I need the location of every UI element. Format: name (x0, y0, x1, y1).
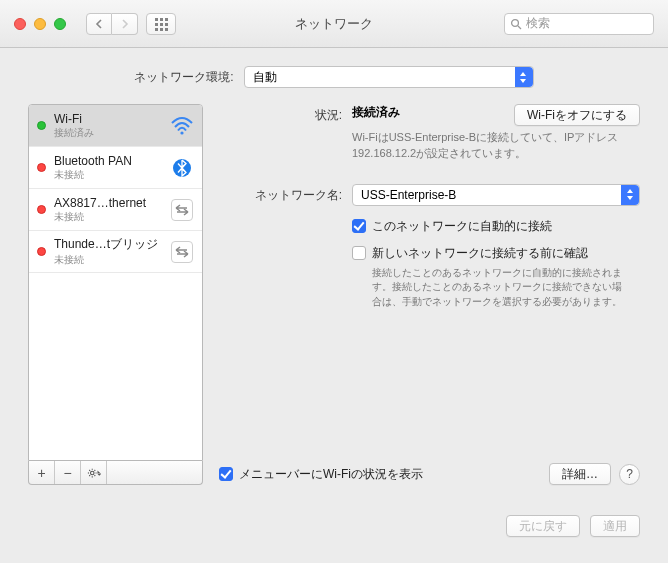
service-item-ethernet[interactable]: AX8817…thernet 未接続 (29, 189, 202, 231)
location-select[interactable]: 自動 (244, 66, 534, 88)
service-name: AX8817…thernet (54, 196, 162, 210)
grid-icon (154, 17, 168, 31)
chevron-updown-icon (515, 67, 533, 87)
status-description: Wi-FiはUSS-Enterprise-Bに接続していて、IPアドレス 192… (352, 130, 632, 162)
ethernet-icon (170, 241, 194, 263)
checkbox-icon (219, 467, 233, 481)
window-footer: 元に戻す 適用 (0, 501, 668, 537)
auto-join-checkbox[interactable]: このネットワークに自動的に接続 (352, 218, 640, 235)
location-value: 自動 (253, 69, 277, 86)
show-in-menubar-label: メニューバーにWi-Fiの状況を表示 (239, 466, 423, 483)
service-name: Thunde…tブリッジ (54, 236, 162, 253)
back-button[interactable] (86, 13, 112, 35)
network-name-label: ネットワーク名: (219, 184, 352, 206)
titlebar: ネットワーク 検索 (0, 0, 668, 48)
service-list: Wi-Fi 接続済み Bluetooth PAN 未接続 (28, 104, 203, 461)
nav-group (86, 13, 138, 35)
traffic-lights (14, 18, 66, 30)
svg-point-0 (512, 19, 519, 26)
status-dot (37, 247, 46, 256)
close-button[interactable] (14, 18, 26, 30)
status-row: 状況: 接続済み Wi-Fiをオフにする (219, 104, 640, 126)
sidebar: Wi-Fi 接続済み Bluetooth PAN 未接続 (28, 104, 203, 485)
checkbox-icon (352, 219, 366, 233)
status-dot (37, 163, 46, 172)
service-status: 未接続 (54, 253, 162, 267)
svg-line-10 (94, 475, 95, 476)
svg-line-1 (518, 26, 521, 29)
apply-button[interactable]: 適用 (590, 515, 640, 537)
service-status: 未接続 (54, 168, 162, 182)
detail-pane: 状況: 接続済み Wi-Fiをオフにする Wi-FiはUSS-Enterpris… (219, 104, 640, 485)
service-name: Wi-Fi (54, 112, 162, 126)
search-placeholder: 検索 (526, 15, 550, 32)
network-name-value: USS-Enterprise-B (361, 188, 456, 202)
add-service-button[interactable]: + (29, 461, 55, 484)
service-status: 未接続 (54, 210, 162, 224)
zoom-button[interactable] (54, 18, 66, 30)
chevron-updown-icon (621, 185, 639, 205)
status-label: 状況: (219, 104, 352, 126)
detail-footer: メニューバーにWi-Fiの状況を表示 詳細… ? (219, 463, 640, 485)
service-toolbar: + − (28, 461, 203, 485)
show-in-menubar-checkbox[interactable]: メニューバーにWi-Fiの状況を表示 (219, 466, 423, 483)
forward-button[interactable] (112, 13, 138, 35)
service-name: Bluetooth PAN (54, 154, 162, 168)
search-field[interactable]: 検索 (504, 13, 654, 35)
turn-off-wifi-button[interactable]: Wi-Fiをオフにする (514, 104, 640, 126)
ask-new-label: 新しいネットワークに接続する前に確認 (372, 245, 588, 262)
status-value: 接続済み (352, 104, 400, 121)
minimize-button[interactable] (34, 18, 46, 30)
service-status: 接続済み (54, 126, 162, 140)
bluetooth-icon (170, 157, 194, 179)
help-button[interactable]: ? (619, 464, 640, 485)
svg-line-11 (89, 475, 90, 476)
revert-button[interactable]: 元に戻す (506, 515, 580, 537)
location-row: ネットワーク環境: 自動 (28, 66, 640, 88)
status-dot (37, 205, 46, 214)
apps-grid-button[interactable] (146, 13, 176, 35)
checkbox-icon (352, 246, 366, 260)
advanced-button[interactable]: 詳細… (549, 463, 611, 485)
svg-line-12 (94, 470, 95, 471)
location-label: ネットワーク環境: (134, 69, 233, 86)
gear-icon (87, 466, 101, 480)
auto-join-label: このネットワークに自動的に接続 (372, 218, 552, 235)
search-icon (510, 18, 522, 30)
service-item-bluetooth[interactable]: Bluetooth PAN 未接続 (29, 147, 202, 189)
status-dot (37, 121, 46, 130)
service-item-thunderbolt[interactable]: Thunde…tブリッジ 未接続 (29, 231, 202, 273)
action-menu-button[interactable] (81, 461, 107, 484)
remove-service-button[interactable]: − (55, 461, 81, 484)
ethernet-icon (170, 199, 194, 221)
network-name-select[interactable]: USS-Enterprise-B (352, 184, 640, 206)
service-item-wifi[interactable]: Wi-Fi 接続済み (29, 105, 202, 147)
wifi-icon (170, 117, 194, 135)
svg-point-2 (180, 131, 183, 134)
svg-point-4 (90, 471, 94, 475)
svg-line-9 (89, 470, 90, 471)
ask-new-checkbox[interactable]: 新しいネットワークに接続する前に確認 (352, 245, 640, 262)
ask-new-description: 接続したことのあるネットワークに自動的に接続されます。接続したことのあるネットワ… (352, 266, 622, 310)
